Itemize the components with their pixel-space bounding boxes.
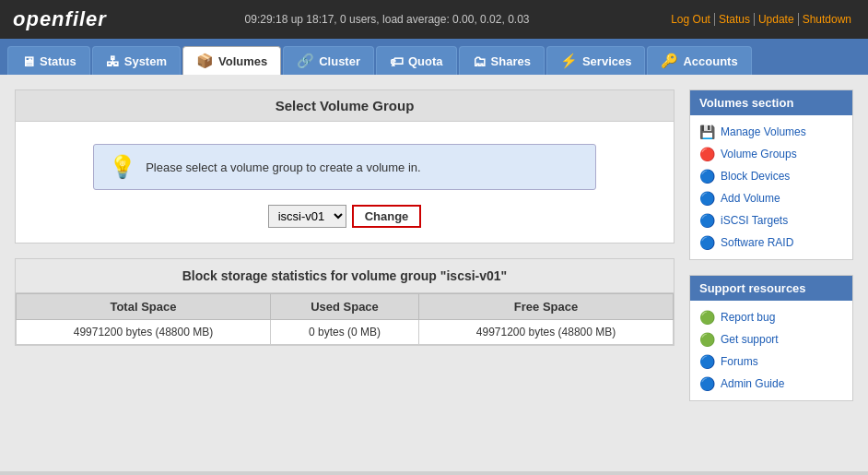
support-links: 🟢 Report bug 🟢 Get support 🔵 Forums 🔵 Ad… — [690, 301, 852, 400]
support-section-title: Support resources — [690, 276, 852, 301]
block-devices-icon: 🔵 — [699, 169, 715, 184]
sidebar-add-volume[interactable]: 🔵 Add Volume — [690, 187, 852, 209]
tab-system[interactable]: 🖧 System — [92, 46, 181, 75]
nav: 🖥 Status 🖧 System 📦 Volumes 🔗 Cluster 🏷 … — [0, 39, 868, 75]
logo: openfiler — [13, 7, 107, 31]
support-sidebar-section: Support resources 🟢 Report bug 🟢 Get sup… — [689, 275, 853, 401]
tab-volumes[interactable]: 📦 Volumes — [182, 46, 281, 75]
stats-row: 49971200 bytes (48800 MB) 0 bytes (0 MB)… — [17, 320, 674, 345]
select-volume-body: 💡 Please select a volume group to create… — [16, 122, 674, 243]
add-volume-icon: 🔵 — [699, 191, 715, 206]
stats-title: Block storage statistics for volume grou… — [16, 259, 674, 293]
header-links: Log Out Status Update Shutdown — [667, 13, 855, 26]
stats-box: Block storage statistics for volume grou… — [15, 258, 674, 346]
volumes-tab-icon: 📦 — [196, 53, 214, 69]
stats-table: Total Space Used Space Free Space 499712… — [16, 293, 674, 345]
software-raid-icon: 🔵 — [699, 235, 715, 250]
tab-status[interactable]: 🖥 Status — [7, 46, 90, 75]
sys-info: 09:29:18 up 18:17, 0 users, load average… — [245, 13, 530, 26]
col-used-space: Used Space — [270, 294, 418, 320]
sidebar-iscsi-targets[interactable]: 🔵 iSCSI Targets — [690, 209, 852, 232]
used-space-value: 0 bytes (0 MB) — [270, 320, 418, 345]
change-button[interactable]: Change — [352, 205, 422, 228]
sidebar-manage-volumes[interactable]: 💾 Manage Volumes — [690, 121, 852, 143]
tab-services[interactable]: ⚡ Services — [546, 46, 646, 75]
sidebar-get-support[interactable]: 🟢 Get support — [690, 328, 852, 350]
shutdown-link[interactable]: Shutdown — [799, 13, 855, 26]
col-total-space: Total Space — [17, 294, 271, 320]
header: openfiler 09:29:18 up 18:17, 0 users, lo… — [0, 0, 868, 39]
iscsi-targets-icon: 🔵 — [699, 213, 715, 228]
free-space-value: 49971200 bytes (48800 MB) — [419, 320, 674, 345]
volumes-sidebar-section: Volumes section 💾 Manage Volumes 🔴 Volum… — [689, 89, 853, 260]
update-link[interactable]: Update — [755, 13, 799, 26]
admin-guide-icon: 🔵 — [699, 376, 715, 391]
total-space-value: 49971200 bytes (48800 MB) — [17, 320, 271, 345]
select-row: iscsi-v01 Change — [30, 205, 659, 228]
forums-icon: 🔵 — [699, 354, 715, 369]
tab-shares[interactable]: 🗂 Shares — [459, 46, 545, 75]
logout-link[interactable]: Log Out — [667, 13, 715, 26]
sidebar-admin-guide[interactable]: 🔵 Admin Guide — [690, 373, 852, 395]
volume-groups-icon: 🔴 — [699, 147, 715, 161]
services-tab-icon: ⚡ — [560, 53, 578, 69]
quota-tab-icon: 🏷 — [390, 53, 404, 69]
main-content: Select Volume Group 💡 Please select a vo… — [15, 89, 674, 457]
volume-group-select[interactable]: iscsi-v01 — [268, 205, 346, 228]
shares-tab-icon: 🗂 — [473, 53, 487, 69]
cluster-tab-icon: 🔗 — [297, 53, 314, 69]
sidebar-volume-groups[interactable]: 🔴 Volume Groups — [690, 143, 852, 165]
volumes-section-title: Volumes section — [690, 90, 852, 115]
select-volume-box: Select Volume Group 💡 Please select a vo… — [15, 89, 674, 243]
col-free-space: Free Space — [419, 294, 674, 320]
sidebar-block-devices[interactable]: 🔵 Block Devices — [690, 165, 852, 187]
info-box: 💡 Please select a volume group to create… — [93, 144, 596, 190]
info-text: Please select a volume group to create a… — [146, 160, 420, 174]
sidebar-forums[interactable]: 🔵 Forums — [690, 350, 852, 373]
sidebar: Volumes section 💾 Manage Volumes 🔴 Volum… — [689, 89, 853, 457]
bulb-icon: 💡 — [109, 154, 136, 180]
manage-volumes-icon: 💾 — [699, 125, 715, 139]
system-tab-icon: 🖧 — [106, 53, 120, 69]
tab-accounts[interactable]: 🔑 Accounts — [647, 46, 751, 75]
tab-cluster[interactable]: 🔗 Cluster — [283, 46, 374, 75]
status-tab-icon: 🖥 — [21, 53, 35, 69]
volumes-links: 💾 Manage Volumes 🔴 Volume Groups 🔵 Block… — [690, 115, 852, 259]
accounts-tab-icon: 🔑 — [661, 53, 678, 69]
get-support-icon: 🟢 — [699, 332, 715, 347]
sidebar-software-raid[interactable]: 🔵 Software RAID — [690, 232, 852, 254]
tab-quota[interactable]: 🏷 Quota — [376, 46, 457, 75]
select-volume-title: Select Volume Group — [16, 90, 674, 122]
content-wrapper: Select Volume Group 💡 Please select a vo… — [0, 75, 868, 471]
report-bug-icon: 🟢 — [699, 310, 715, 325]
sidebar-report-bug[interactable]: 🟢 Report bug — [690, 306, 852, 328]
status-link[interactable]: Status — [715, 13, 755, 26]
